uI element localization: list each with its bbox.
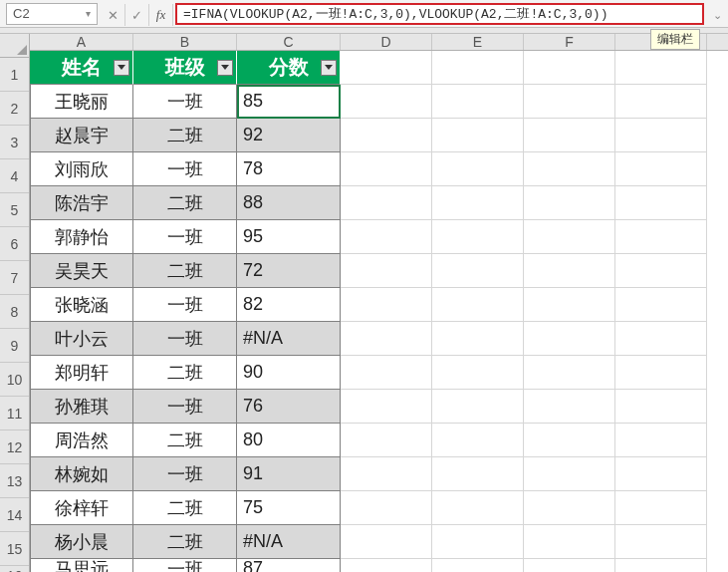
row-header-5[interactable]: 5 xyxy=(0,193,29,227)
column-header-B[interactable]: B xyxy=(133,34,237,50)
cell-F16[interactable] xyxy=(524,559,615,572)
cell-E13[interactable] xyxy=(432,457,524,491)
filter-button-C[interactable] xyxy=(321,60,337,76)
cell-C4[interactable]: 78 xyxy=(237,152,341,186)
cell-F6[interactable] xyxy=(524,220,615,254)
cell-G11[interactable] xyxy=(615,390,707,424)
row-header-14[interactable]: 14 xyxy=(0,498,29,532)
cell-B9[interactable]: 一班 xyxy=(133,322,237,356)
cell-G16[interactable] xyxy=(615,559,707,572)
cell-C14[interactable]: 75 xyxy=(237,491,341,525)
cell-F9[interactable] xyxy=(524,322,615,356)
cell-A11[interactable]: 孙雅琪 xyxy=(30,390,133,424)
cell-G4[interactable] xyxy=(615,152,707,186)
cell-A3[interactable]: 赵晨宇 xyxy=(30,119,133,152)
cell-A6[interactable]: 郭静怡 xyxy=(30,220,133,254)
cell-B8[interactable]: 一班 xyxy=(133,288,237,322)
cell-C9[interactable]: #N/A xyxy=(237,322,341,356)
cancel-formula-button[interactable]: ✕ xyxy=(102,4,125,26)
cell-A4[interactable]: 刘雨欣 xyxy=(30,152,133,186)
cell-C16[interactable]: 87 xyxy=(237,559,341,572)
cell-G8[interactable] xyxy=(615,288,707,322)
cell-G3[interactable] xyxy=(615,119,707,152)
cell-E1[interactable] xyxy=(432,51,524,85)
cell-E3[interactable] xyxy=(432,119,524,152)
cell-F13[interactable] xyxy=(524,457,615,491)
cell-A14[interactable]: 徐梓轩 xyxy=(30,491,133,525)
cell-G6[interactable] xyxy=(615,220,707,254)
cell-B5[interactable]: 二班 xyxy=(133,186,237,220)
select-all-corner[interactable] xyxy=(0,34,29,58)
cell-D11[interactable] xyxy=(341,390,432,424)
cell-D16[interactable] xyxy=(341,559,432,572)
cell-D6[interactable] xyxy=(341,220,432,254)
cell-B7[interactable]: 二班 xyxy=(133,254,237,288)
cell-B15[interactable]: 二班 xyxy=(133,525,237,559)
cell-E8[interactable] xyxy=(432,288,524,322)
filter-button-A[interactable] xyxy=(114,60,129,76)
cell-D13[interactable] xyxy=(341,457,432,491)
cell-C2[interactable]: 85 xyxy=(237,85,341,119)
cell-C1[interactable]: 分数 xyxy=(237,51,341,85)
row-header-10[interactable]: 10 xyxy=(0,363,29,397)
cell-C5[interactable]: 88 xyxy=(237,186,341,220)
accept-formula-button[interactable]: ✓ xyxy=(125,4,149,26)
cell-E4[interactable] xyxy=(432,152,524,186)
cell-D1[interactable] xyxy=(341,51,432,85)
cell-F10[interactable] xyxy=(524,356,615,390)
cell-A15[interactable]: 杨小晨 xyxy=(30,525,133,559)
row-header-4[interactable]: 4 xyxy=(0,159,29,193)
cell-A2[interactable]: 王晓丽 xyxy=(30,85,133,119)
cell-A5[interactable]: 陈浩宇 xyxy=(30,186,133,220)
cell-C13[interactable]: 91 xyxy=(237,457,341,491)
name-box[interactable]: C2 ▾ xyxy=(6,3,98,25)
cell-A1[interactable]: 姓名 xyxy=(30,51,133,85)
cell-G5[interactable] xyxy=(615,186,707,220)
cell-C6[interactable]: 95 xyxy=(237,220,341,254)
cell-D9[interactable] xyxy=(341,322,432,356)
cell-E9[interactable] xyxy=(432,322,524,356)
cell-G10[interactable] xyxy=(615,356,707,390)
cell-G1[interactable] xyxy=(615,51,707,85)
cell-C11[interactable]: 76 xyxy=(237,390,341,424)
cell-E2[interactable] xyxy=(432,85,524,119)
cell-E11[interactable] xyxy=(432,390,524,424)
cell-E10[interactable] xyxy=(432,356,524,390)
cell-D7[interactable] xyxy=(341,254,432,288)
cell-B10[interactable]: 二班 xyxy=(133,356,237,390)
cell-B3[interactable]: 二班 xyxy=(133,119,237,152)
row-header-8[interactable]: 8 xyxy=(0,295,29,329)
cell-F1[interactable] xyxy=(524,51,615,85)
cell-G15[interactable] xyxy=(615,525,707,559)
cell-F4[interactable] xyxy=(524,152,615,186)
cell-C8[interactable]: 82 xyxy=(237,288,341,322)
cell-E5[interactable] xyxy=(432,186,524,220)
cell-E7[interactable] xyxy=(432,254,524,288)
cell-D15[interactable] xyxy=(341,525,432,559)
cell-A13[interactable]: 林婉如 xyxy=(30,457,133,491)
cell-A8[interactable]: 张晓涵 xyxy=(30,288,133,322)
name-box-dropdown-icon[interactable]: ▾ xyxy=(86,8,91,19)
cell-D10[interactable] xyxy=(341,356,432,390)
column-header-D[interactable]: D xyxy=(341,34,432,50)
cell-B6[interactable]: 一班 xyxy=(133,220,237,254)
cell-B2[interactable]: 一班 xyxy=(133,85,237,119)
cell-F12[interactable] xyxy=(524,424,615,457)
cell-G13[interactable] xyxy=(615,457,707,491)
filter-button-B[interactable] xyxy=(217,60,233,76)
cell-B1[interactable]: 班级 xyxy=(133,51,237,85)
column-header-F[interactable]: F xyxy=(524,34,615,50)
cell-F14[interactable] xyxy=(524,491,615,525)
cell-F8[interactable] xyxy=(524,288,615,322)
cell-A10[interactable]: 郑明轩 xyxy=(30,356,133,390)
cell-G9[interactable] xyxy=(615,322,707,356)
cell-C10[interactable]: 90 xyxy=(237,356,341,390)
cell-B4[interactable]: 一班 xyxy=(133,152,237,186)
cell-G14[interactable] xyxy=(615,491,707,525)
cell-A12[interactable]: 周浩然 xyxy=(30,424,133,457)
cell-C15[interactable]: #N/A xyxy=(237,525,341,559)
cell-E15[interactable] xyxy=(432,525,524,559)
row-header-2[interactable]: 2 xyxy=(0,92,29,126)
cell-B13[interactable]: 一班 xyxy=(133,457,237,491)
cell-B14[interactable]: 二班 xyxy=(133,491,237,525)
